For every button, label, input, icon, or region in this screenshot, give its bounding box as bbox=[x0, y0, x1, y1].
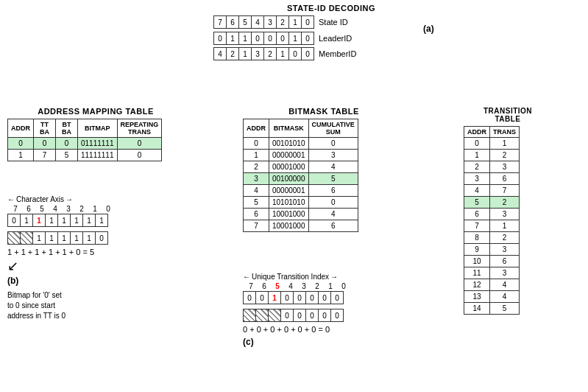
bitmap-note: Bitmap for '0' setto 0 since startaddres… bbox=[7, 290, 199, 321]
table-row: 23 bbox=[464, 161, 520, 173]
bitmask-vis-top-cell: 0 bbox=[305, 291, 319, 304]
bitmask-col-addr: ADDR bbox=[244, 119, 269, 138]
bitmask-title: BITMASK TABLE bbox=[243, 107, 405, 116]
bitmap-bottom-cell: 1 bbox=[45, 231, 58, 245]
bitmap-bottom-cell bbox=[7, 231, 21, 245]
transition-table: ADDR TRANS 01122336475263718293106113124… bbox=[464, 126, 520, 315]
col-addr: ADDR bbox=[8, 119, 34, 138]
bitmask-bit-index: 7 bbox=[244, 282, 258, 290]
table-row: 2000010004 bbox=[244, 161, 358, 173]
bitmap-top-cell: 0 bbox=[7, 214, 21, 227]
state-id-label: State ID bbox=[319, 18, 348, 27]
table-row: 1000000013 bbox=[244, 150, 358, 161]
trans-index-text: Unique Transition Index bbox=[252, 273, 329, 281]
cell-trans: 2 bbox=[490, 197, 520, 209]
member-bit: 2 bbox=[226, 47, 239, 60]
cell-trans: 6 bbox=[490, 173, 520, 185]
table-row: 000011111110 bbox=[8, 138, 162, 150]
cell-bitmask: 00000001 bbox=[269, 185, 309, 197]
cell-addr: 5 bbox=[464, 197, 490, 209]
bitmask-header: ADDR BITMASK CUMULATIVESUM bbox=[244, 119, 358, 138]
bitmask-vis-top-cell: 0 bbox=[318, 291, 331, 304]
cell-trans: 1 bbox=[490, 220, 520, 232]
down-arrow: ↙ bbox=[7, 258, 199, 274]
bitmap-top-row: 01111111 bbox=[7, 214, 199, 227]
bitmask-bit-index: 4 bbox=[284, 282, 297, 290]
bitmap-top-cell: 1 bbox=[32, 214, 46, 227]
table-row: 93 bbox=[464, 244, 520, 256]
cell-trans: 5 bbox=[490, 303, 520, 315]
cell-btba: 5 bbox=[56, 150, 78, 161]
member-bit: 3 bbox=[251, 47, 264, 60]
cell-trans: 4 bbox=[490, 291, 520, 303]
cell-sum: 4 bbox=[308, 209, 358, 220]
cell-bitmask: 10101010 bbox=[269, 197, 309, 209]
cell-bitmap: 11111111 bbox=[78, 150, 118, 161]
leader-bit: 1 bbox=[226, 32, 239, 45]
bit-index: 1 bbox=[88, 205, 102, 213]
table-row: 82 bbox=[464, 232, 520, 244]
cell-btba: 0 bbox=[56, 138, 78, 150]
cell-sum: 6 bbox=[308, 220, 358, 232]
leader-bit-row: 01100010 bbox=[213, 32, 314, 45]
bitmask-vis-top-cell: 0 bbox=[255, 291, 269, 304]
cell-bitmask: 00000001 bbox=[269, 150, 309, 161]
cell-trans: 3 bbox=[490, 209, 520, 220]
cell-addr: 4 bbox=[464, 185, 490, 197]
cell-addr: 3 bbox=[464, 173, 490, 185]
addr-mapping-header: ADDR TTBA BTBA BITMAP REPEATINGTRANS bbox=[8, 119, 162, 138]
cell-addr: 6 bbox=[244, 209, 269, 220]
label-b: (b) bbox=[7, 276, 199, 286]
cell-addr: 8 bbox=[464, 232, 490, 244]
state-id-title: STATE-ID DECODING bbox=[213, 4, 449, 13]
bitmask-bit-index: 6 bbox=[258, 282, 271, 290]
trans-col-trans: TRANS bbox=[490, 127, 520, 138]
cell-sum: 3 bbox=[308, 150, 358, 161]
leader-bit: 0 bbox=[276, 32, 289, 45]
cell-bitmask: 10001000 bbox=[269, 209, 309, 220]
cell-addr: 5 bbox=[244, 197, 269, 209]
cell-addr: 1 bbox=[8, 150, 34, 161]
bitmask-vis-bottom-row: 00000 bbox=[243, 309, 412, 322]
left-arrow: ← bbox=[7, 195, 15, 203]
bitmask-bit-index: 5 bbox=[271, 282, 284, 290]
bitmap-top-cell: 1 bbox=[95, 214, 108, 227]
bit-index: 7 bbox=[9, 205, 22, 213]
state-id-bit: 4 bbox=[251, 15, 264, 29]
cell-trans: 2 bbox=[490, 232, 520, 244]
char-axis-text: Character Axis bbox=[16, 195, 64, 203]
label-c: (c) bbox=[243, 337, 412, 347]
right-arrow: → bbox=[65, 195, 73, 203]
bitmask-col-bitmask: BITMASK bbox=[269, 119, 309, 138]
bitmask-table: ADDR BITMASK CUMULATIVESUM 0001010100100… bbox=[243, 119, 358, 232]
cell-ttba: 0 bbox=[34, 138, 56, 150]
label-a: (a) bbox=[423, 24, 434, 34]
table-row: 3001000005 bbox=[244, 173, 358, 185]
cell-addr: 3 bbox=[244, 173, 269, 185]
bitmask-bit-index: 1 bbox=[324, 282, 337, 290]
bitmap-bottom-cell: 1 bbox=[82, 231, 96, 245]
cell-bitmap: 01111111 bbox=[78, 138, 118, 150]
trans-col-addr: ADDR bbox=[464, 127, 490, 138]
state-id-bit: 2 bbox=[276, 15, 289, 29]
bitmask-vis-top-cell: 0 bbox=[243, 291, 256, 304]
cell-addr: 2 bbox=[244, 161, 269, 173]
bitmask-vis: ← Unique Transition Index → 76543210 001… bbox=[243, 273, 412, 347]
cell-trans: 7 bbox=[490, 185, 520, 197]
member-bit: 4 bbox=[213, 47, 227, 60]
cell-bitmask: 00101010 bbox=[269, 138, 309, 150]
leader-label: LeaderID bbox=[319, 34, 352, 43]
bitmap-top-cell: 1 bbox=[45, 214, 58, 227]
table-row: 52 bbox=[464, 197, 520, 209]
member-bit: 0 bbox=[288, 47, 302, 60]
bitmask-vis-bottom-cell: 0 bbox=[318, 309, 331, 322]
cell-sum: 0 bbox=[308, 138, 358, 150]
state-id-bits-row: 76543210 State ID bbox=[213, 15, 449, 29]
cell-sum: 4 bbox=[308, 161, 358, 173]
table-row: 175111111110 bbox=[8, 150, 162, 161]
state-id-bit: 5 bbox=[238, 15, 252, 29]
char-axis-label: ← Character Axis → bbox=[7, 195, 199, 203]
cell-sum: 0 bbox=[308, 197, 358, 209]
trans-index-label: ← Unique Transition Index → bbox=[243, 273, 412, 281]
table-row: 0001010100 bbox=[244, 138, 358, 150]
